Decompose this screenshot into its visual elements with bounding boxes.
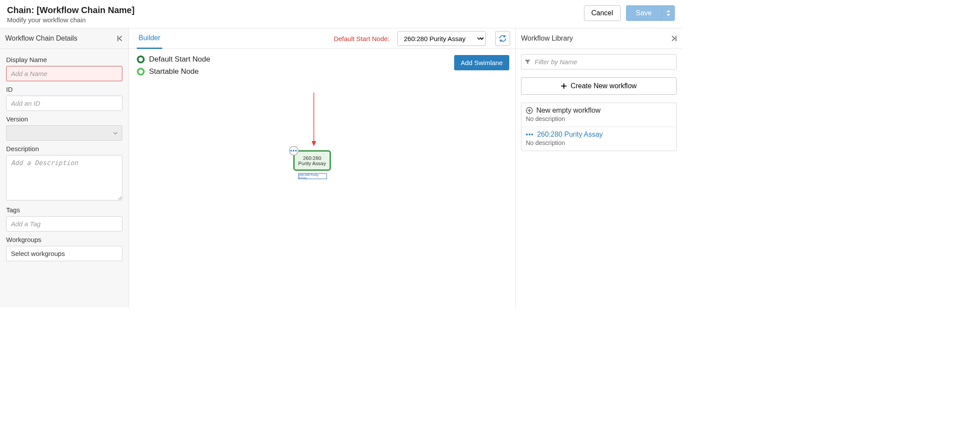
- library-panel: Workflow Library Create New workflow: [516, 28, 682, 307]
- save-dropdown-button[interactable]: [662, 5, 675, 21]
- id-input[interactable]: [6, 96, 122, 111]
- add-swimlane-button[interactable]: Add Swimlane: [454, 55, 509, 70]
- workgroups-label: Workgroups: [6, 236, 122, 243]
- svg-marker-1: [312, 141, 316, 146]
- tags-input[interactable]: [6, 216, 122, 231]
- builder-header: Builder Default Start Node: 260:280 Puri…: [129, 28, 515, 49]
- default-start-node-label: Default Start Node:: [334, 35, 389, 42]
- ring-icon: [137, 55, 145, 63]
- id-label: ID: [6, 86, 122, 93]
- save-button[interactable]: Save: [626, 5, 662, 21]
- ring-icon: [137, 68, 145, 76]
- workflow-chain-editor: Chain: [Workflow Chain Name] Modify your…: [0, 0, 682, 307]
- page-header-actions: Cancel Save: [584, 5, 675, 21]
- display-name-input[interactable]: [6, 66, 122, 81]
- details-panel: Workflow Chain Details Display Name ID V…: [0, 28, 129, 307]
- create-workflow-button[interactable]: Create New workflow: [521, 77, 677, 95]
- workgroups-input[interactable]: [6, 246, 122, 261]
- version-label: Version: [6, 115, 122, 123]
- library-item-title: 260:280 Purity Assay: [537, 131, 603, 138]
- library-list: New empty workflow No description ••• 26…: [521, 103, 677, 151]
- cancel-button[interactable]: Cancel: [584, 5, 621, 21]
- library-item[interactable]: ••• 260:280 Purity Assay No description: [521, 127, 676, 151]
- page-title: Chain: [Workflow Chain Name]: [7, 5, 584, 15]
- display-name-label: Display Name: [6, 56, 122, 63]
- filter-icon: [525, 59, 531, 65]
- legend-default-start: Default Start Node: [137, 55, 507, 64]
- collapse-left-icon[interactable]: [116, 35, 124, 42]
- library-item[interactable]: New empty workflow No description: [521, 103, 676, 127]
- details-panel-title: Workflow Chain Details: [5, 35, 77, 42]
- library-item-desc: No description: [526, 115, 672, 122]
- workflow-node-sub[interactable]: 260:280 Purity Assay: [298, 173, 327, 179]
- tab-builder[interactable]: Builder: [137, 28, 162, 49]
- node-menu-handle[interactable]: •••: [289, 146, 299, 155]
- library-item-title: New empty workflow: [536, 107, 601, 114]
- page-subtitle: Modify your workflow chain: [7, 16, 584, 24]
- library-panel-title: Workflow Library: [521, 35, 573, 42]
- library-item-desc: No description: [526, 139, 672, 146]
- save-button-group: Save: [626, 5, 675, 21]
- tags-label: Tags: [6, 206, 122, 214]
- details-panel-header: Workflow Chain Details: [0, 28, 129, 49]
- page-header-left: Chain: [Workflow Chain Name] Modify your…: [7, 5, 584, 24]
- version-select[interactable]: [6, 125, 122, 141]
- details-form: Display Name ID Version Description Tags…: [0, 49, 129, 270]
- refresh-button[interactable]: [495, 31, 510, 46]
- builder-canvas[interactable]: Default Start Node Startable Node Add Sw…: [129, 49, 515, 307]
- collapse-right-icon[interactable]: [670, 35, 678, 42]
- default-start-node-select[interactable]: 260:280 Purity Assay: [397, 31, 486, 46]
- description-label: Description: [6, 145, 122, 152]
- plus-icon: [561, 83, 567, 89]
- builder-panel: Builder Default Start Node: 260:280 Puri…: [129, 28, 516, 307]
- refresh-icon: [499, 35, 507, 42]
- library-panel-header: Workflow Library: [516, 28, 682, 49]
- sort-icon: [666, 10, 671, 16]
- arrow-annotation-icon: [311, 93, 317, 147]
- legend-startable: Startable Node: [137, 67, 507, 76]
- library-body: Create New workflow New empty workflow N…: [516, 49, 682, 151]
- builder-legend: Default Start Node Startable Node: [137, 55, 507, 76]
- plus-circle-icon: [526, 107, 533, 114]
- columns: Workflow Chain Details Display Name ID V…: [0, 28, 682, 307]
- description-input[interactable]: [6, 155, 122, 200]
- page-header: Chain: [Workflow Chain Name] Modify your…: [0, 0, 682, 28]
- workflow-node[interactable]: 260:280 Purity Assay: [293, 150, 331, 171]
- library-filter-input[interactable]: [521, 54, 677, 69]
